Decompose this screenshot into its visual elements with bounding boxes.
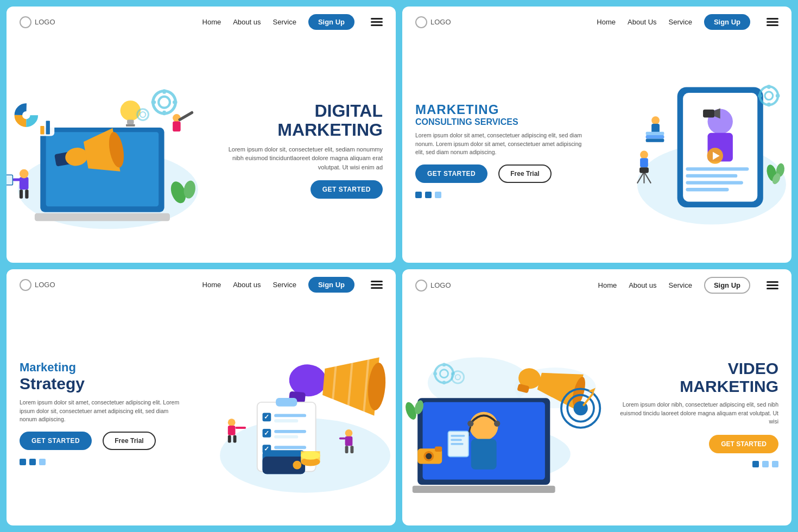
card3-description: Lorem ipsum dolor sit amet, consectetuer… [20, 398, 185, 424]
nav-home-card4[interactable]: Home [598, 281, 617, 289]
card1-text: DIGITAL MARKETING Lorem ipsum dolor sit,… [220, 37, 396, 263]
svg-point-57 [651, 116, 660, 124]
free-trial-button-card3[interactable]: Free Trial [103, 432, 155, 450]
logo-area-card4: LOGO [415, 280, 451, 292]
get-started-button-card2[interactable]: GET STARTED [415, 164, 487, 183]
card1-body: DIGITAL MARKETING Lorem ipsum dolor sit,… [7, 37, 396, 263]
svg-rect-42 [686, 174, 737, 178]
logo-text-card4: LOGO [430, 281, 451, 289]
svg-rect-27 [20, 189, 23, 199]
nav-service-card3[interactable]: Service [273, 281, 296, 289]
card3-illustration: ✓ ✓ ✓ [193, 300, 396, 525]
dot2-card4 [762, 461, 769, 467]
card2-dots [415, 192, 588, 198]
card-digital-marketing: LOGO Home About us Service Sign Up [7, 7, 396, 263]
svg-point-26 [20, 169, 29, 179]
hamburger-card1[interactable] [371, 18, 383, 26]
svg-rect-113 [413, 486, 555, 493]
nav-links-card3: Home About us Service Sign Up [202, 277, 383, 293]
svg-text:✓: ✓ [264, 429, 270, 436]
svg-rect-24 [46, 121, 50, 135]
svg-rect-30 [7, 175, 12, 185]
hamburger-card4[interactable] [767, 281, 778, 289]
svg-rect-86 [274, 435, 298, 439]
signup-button-card1[interactable]: Sign Up [308, 14, 354, 30]
nav-card3: LOGO Home About us Service Sign Up [7, 269, 396, 300]
svg-rect-89 [274, 446, 306, 449]
svg-rect-119 [471, 439, 497, 469]
card4-description: Lorem ipsum dolor nibh, consectetuer adi… [616, 401, 778, 426]
get-started-button-card1[interactable]: GET STARTED [311, 180, 383, 199]
signup-button-card2[interactable]: Sign Up [704, 14, 750, 30]
dot1-card3 [20, 459, 26, 465]
nav-aboutus-card3[interactable]: About us [233, 281, 261, 289]
card2-btn-row: GET STARTED Free Trial [415, 164, 588, 183]
card4-illustration [402, 301, 616, 525]
get-started-button-card4[interactable]: GET STARTED [709, 435, 778, 453]
nav-home-card2[interactable]: Home [597, 18, 616, 26]
card3-body: Marketing Strategy Lorem ipsum dolor sit… [7, 300, 396, 525]
svg-point-116 [494, 421, 500, 427]
logo-area-card2: LOGO [415, 16, 451, 28]
card-marketing-consulting: LOGO Home About Us Service Sign Up MARKE… [402, 7, 791, 263]
svg-rect-16 [173, 100, 177, 104]
nav-aboutus-card2[interactable]: About Us [628, 18, 656, 26]
card1-description: Lorem ipsum dolor sit, consectetuer elit… [220, 145, 383, 172]
svg-point-115 [467, 421, 473, 427]
logo-circle-card4 [415, 280, 427, 292]
svg-rect-104 [345, 436, 353, 446]
nav-home-card1[interactable]: Home [202, 18, 221, 26]
signup-button-card4[interactable]: Sign Up [704, 277, 750, 294]
svg-rect-48 [767, 103, 770, 106]
svg-rect-141 [433, 372, 437, 375]
logo-text-card1: LOGO [35, 18, 55, 26]
svg-point-97 [301, 451, 320, 460]
dot1-card4 [752, 461, 759, 467]
svg-rect-123 [451, 443, 463, 445]
svg-rect-50 [775, 94, 779, 97]
svg-rect-52 [640, 158, 648, 167]
dot2-card3 [29, 459, 36, 465]
card2-illustration [597, 37, 792, 263]
svg-point-12 [159, 97, 170, 108]
svg-rect-33 [178, 111, 194, 122]
dot3-card3 [39, 459, 46, 465]
card4-title: VIDEO MARKETING [680, 359, 778, 395]
card4-body: VIDEO MARKETING Lorem ipsum dolor nibh, … [402, 301, 791, 525]
dot3-card4 [772, 461, 778, 467]
svg-rect-43 [686, 181, 743, 184]
svg-point-93 [293, 461, 302, 470]
nav-links-card4: Home About us Service Sign Up [598, 277, 778, 294]
nav-aboutus-card4[interactable]: About us [629, 281, 656, 289]
nav-home-card3[interactable]: Home [202, 281, 221, 289]
card3-title-line2: Strategy [20, 375, 185, 393]
signup-button-card3[interactable]: Sign Up [308, 277, 354, 293]
svg-rect-15 [151, 100, 156, 104]
svg-rect-44 [686, 188, 729, 191]
svg-rect-140 [442, 381, 446, 384]
svg-point-51 [640, 151, 648, 159]
free-trial-button-card2[interactable]: Free Trial [498, 164, 551, 183]
svg-point-135 [426, 453, 432, 459]
svg-point-98 [228, 419, 236, 426]
card-video-marketing: LOGO Home About us Service Sign Up [402, 269, 791, 525]
svg-rect-100 [236, 427, 246, 429]
svg-rect-99 [228, 426, 236, 435]
nav-service-card4[interactable]: Service [669, 281, 692, 289]
get-started-button-card3[interactable]: GET STARTED [20, 432, 92, 450]
svg-rect-47 [767, 85, 770, 88]
nav-aboutus-card1[interactable]: About us [233, 18, 261, 26]
svg-point-18 [140, 112, 145, 117]
hamburger-card2[interactable] [767, 18, 778, 26]
svg-rect-106 [345, 446, 349, 453]
svg-rect-32 [173, 122, 181, 132]
svg-rect-13 [162, 89, 166, 93]
nav-service-card2[interactable]: Service [669, 18, 692, 26]
svg-text:✓: ✓ [264, 413, 270, 420]
nav-card2: LOGO Home About Us Service Sign Up [402, 7, 791, 37]
nav-service-card1[interactable]: Service [273, 18, 296, 26]
svg-rect-64 [703, 110, 714, 118]
svg-rect-10 [126, 124, 135, 126]
hamburger-card3[interactable] [371, 281, 383, 289]
card4-dots [752, 461, 778, 467]
